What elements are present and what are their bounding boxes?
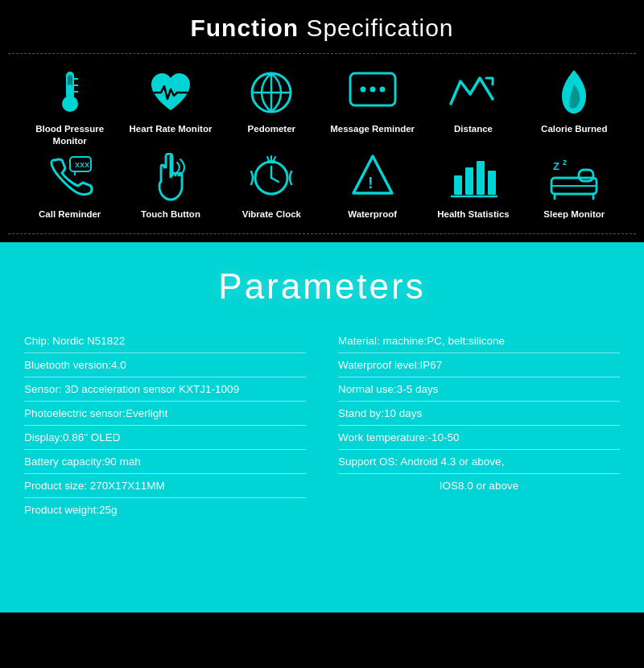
message-label: Message Reminder (330, 123, 415, 135)
functions-grid: Blood PressureMonitor Heart Rate Monitor (8, 62, 636, 225)
pedometer-label: Pedometer (248, 123, 295, 135)
top-section: Function Specification (0, 0, 644, 242)
svg-line-22 (274, 157, 275, 160)
blood-pressure-icon (44, 67, 96, 118)
message-icon (347, 67, 398, 118)
svg-text:z: z (563, 158, 567, 167)
blood-pressure-label: Blood PressureMonitor (35, 123, 104, 147)
param-item: Waterproof level:IP67 (338, 353, 620, 377)
svg-point-11 (360, 87, 365, 93)
svg-rect-6 (74, 91, 78, 93)
param-item: Bluetooth version:4.0 (24, 353, 306, 377)
param-item: IOS8.0 or above (338, 474, 620, 497)
title-light: Specification (299, 14, 453, 41)
touch-icon (145, 152, 196, 204)
distance-icon (448, 67, 499, 118)
function-sleep: Z z Sleep Monitor (524, 152, 625, 221)
call-icon: XXX (44, 152, 96, 204)
function-distance: Distance (423, 67, 523, 147)
function-vibrate: Vibrate Clock (221, 152, 322, 221)
param-item: Chip: Nordic N51822 (24, 329, 306, 353)
svg-rect-3 (68, 85, 72, 96)
function-calorie: Calorie Burned (524, 67, 625, 147)
param-item: Sensor: 3D acceleration sensor KXTJ1-100… (24, 377, 306, 402)
param-item: Stand by:10 days (338, 402, 620, 426)
svg-point-1 (62, 96, 78, 112)
sleep-icon: Z z (548, 152, 600, 204)
svg-text:Z: Z (553, 160, 559, 172)
page-title: Function Specification (8, 14, 636, 42)
calorie-icon (548, 67, 600, 118)
divider-top (8, 53, 636, 54)
function-message: Message Reminder (322, 67, 423, 147)
svg-rect-26 (465, 167, 473, 195)
function-touch: Touch Button (120, 152, 221, 221)
heart-rate-label: Heart Rate Monitor (130, 123, 213, 135)
params-right-col: Material: machine:PC, belt:siliconeWater… (338, 329, 620, 522)
svg-text:!: ! (368, 174, 374, 192)
title-bold: Function (190, 14, 299, 41)
function-waterproof: ! Waterproof (322, 152, 423, 221)
touch-label: Touch Button (141, 208, 200, 221)
pedometer-icon (246, 67, 297, 118)
svg-point-12 (369, 87, 375, 93)
sleep-label: Sleep Monitor (543, 208, 605, 221)
svg-line-20 (267, 157, 269, 160)
heart-rate-icon (145, 67, 196, 118)
vibrate-label: Vibrate Clock (242, 208, 301, 221)
param-item: Product weight:25g (24, 498, 306, 522)
svg-text:XXX: XXX (75, 161, 89, 169)
svg-rect-27 (477, 161, 485, 195)
param-item: Support OS: Android 4.3 or above, (338, 450, 620, 474)
param-item: Material: machine:PC, belt:silicone (338, 329, 620, 353)
waterproof-icon: ! (347, 152, 398, 204)
vibrate-icon (246, 152, 297, 204)
param-item: Work temperature:-10-50 (338, 426, 620, 450)
params-left-col: Chip: Nordic N51822Bluetooth version:4.0… (24, 329, 306, 522)
svg-rect-31 (579, 170, 593, 181)
param-item: Product size: 270X17X11MM (24, 474, 306, 498)
function-heart-rate: Heart Rate Monitor (120, 67, 221, 147)
function-blood-pressure: Blood PressureMonitor (19, 67, 120, 147)
function-pedometer: Pedometer (221, 67, 322, 147)
calorie-label: Calorie Burned (541, 123, 607, 135)
health-label: Health Statistics (437, 208, 509, 221)
bottom-section: Parameters Chip: Nordic N51822Bluetooth … (0, 242, 644, 612)
health-icon (448, 152, 499, 204)
params-grid: Chip: Nordic N51822Bluetooth version:4.0… (16, 329, 628, 522)
param-item: Normal use:3-5 days (338, 377, 620, 402)
svg-rect-25 (454, 175, 462, 195)
call-label: Call Reminder (39, 208, 101, 221)
function-call: XXX Call Reminder (19, 152, 120, 221)
svg-rect-28 (488, 171, 496, 195)
divider-bottom (8, 233, 636, 234)
distance-label: Distance (454, 123, 493, 135)
param-item: Photoelectric sensor:Everlight (24, 402, 306, 426)
svg-rect-5 (74, 85, 78, 86)
function-health: Health Statistics (423, 152, 523, 221)
svg-line-18 (271, 178, 279, 182)
waterproof-label: Waterproof (348, 208, 397, 221)
svg-rect-4 (74, 78, 78, 80)
params-title: Parameters (16, 266, 628, 307)
param-item: Battery capacity:90 mah (24, 450, 306, 474)
svg-point-13 (379, 87, 385, 93)
param-item: Display:0.86" OLED (24, 426, 306, 450)
